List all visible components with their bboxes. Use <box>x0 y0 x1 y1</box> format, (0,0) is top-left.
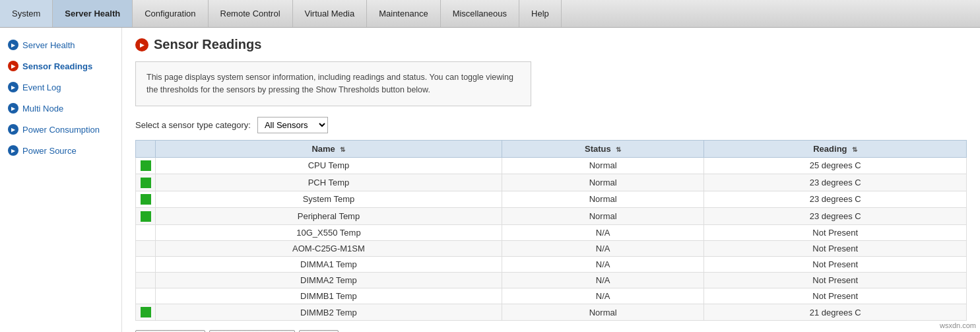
name-cell: 10G_X550 Temp <box>156 224 502 240</box>
indicator-cell <box>136 240 156 256</box>
indicator-cell <box>136 304 156 321</box>
indicator-cell <box>136 157 156 174</box>
th-reading-label: Reading <box>813 144 847 154</box>
sidebar-item-power-source[interactable]: Power Source <box>0 140 121 161</box>
info-box-text: This page displays system sensor informa… <box>147 73 513 94</box>
top-nav-item-miscellaneous[interactable]: Miscellaneous <box>441 0 519 27</box>
name-cell: System Temp <box>156 191 502 208</box>
status-cell: Normal <box>502 174 703 191</box>
sidebar-item-sensor-readings[interactable]: Sensor Readings <box>0 55 121 77</box>
reading-cell: Not Present <box>704 272 967 288</box>
status-cell: Normal <box>502 191 703 208</box>
table-row: AOM-C25G-M1SMN/ANot Present <box>136 240 967 256</box>
status-cell: Normal <box>502 208 703 225</box>
th-name: Name ⇅ <box>156 140 502 157</box>
table-body: CPU TempNormal25 degrees CPCH TempNormal… <box>136 157 967 321</box>
sidebar-item-label: Power Source <box>22 146 77 156</box>
sidebar-item-label: Event Log <box>22 83 61 92</box>
name-cell: DIMMA1 Temp <box>156 256 502 272</box>
indicator-cell <box>136 208 156 225</box>
status-indicator-green <box>141 178 151 188</box>
reading-cell: 23 degrees C <box>704 191 967 208</box>
top-nav-item-maintenance[interactable]: Maintenance <box>367 0 440 27</box>
th-status: Status ⇅ <box>502 140 703 157</box>
indicator-cell <box>136 191 156 208</box>
table-row: DIMMB2 TempNormal21 degrees C <box>136 304 967 321</box>
reading-cell: 25 degrees C <box>704 157 967 174</box>
sidebar-arrow-icon <box>8 82 18 92</box>
name-cell: DIMMA2 Temp <box>156 272 502 288</box>
reading-cell: Not Present <box>704 256 967 272</box>
top-navigation: SystemServer HealthConfigurationRemote C… <box>0 0 980 28</box>
name-cell: AOM-C25G-M1SM <box>156 240 502 256</box>
th-reading: Reading ⇅ <box>704 140 967 157</box>
status-cell: Normal <box>502 157 703 174</box>
sidebar-arrow-icon <box>8 40 18 50</box>
name-sort-icon[interactable]: ⇅ <box>340 146 345 153</box>
sensor-select-row: Select a sensor type category: All Senso… <box>135 117 967 133</box>
top-nav-item-remote-control[interactable]: Remote Control <box>209 0 293 27</box>
watermark: wsxdn.com <box>940 321 976 329</box>
main-layout: Server HealthSensor ReadingsEvent LogMul… <box>0 28 980 332</box>
sensor-select-label: Select a sensor type category: <box>135 120 251 130</box>
status-cell: N/A <box>502 288 703 304</box>
reading-cell: Not Present <box>704 288 967 304</box>
reading-cell: Not Present <box>704 240 967 256</box>
th-name-label: Name <box>311 144 335 154</box>
status-cell: N/A <box>502 256 703 272</box>
table-header-row: Name ⇅ Status ⇅ Reading ⇅ <box>136 140 967 157</box>
sensor-table: Name ⇅ Status ⇅ Reading ⇅ CPU TempNormal… <box>135 140 967 321</box>
sidebar-item-label: Power Consumption <box>22 125 100 135</box>
page-title-row: Sensor Readings <box>135 37 967 52</box>
sidebar-item-label: Server Health <box>22 40 75 50</box>
table-row: 10G_X550 TempN/ANot Present <box>136 224 967 240</box>
sidebar-item-label: Sensor Readings <box>22 61 92 71</box>
sidebar-arrow-icon <box>8 103 18 114</box>
sidebar-item-server-health[interactable]: Server Health <box>0 34 121 55</box>
info-box: This page displays system sensor informa… <box>135 61 531 106</box>
reading-cell: 23 degrees C <box>704 174 967 191</box>
name-cell: CPU Temp <box>156 157 502 174</box>
th-status-label: Status <box>585 144 611 154</box>
indicator-cell <box>136 174 156 191</box>
reading-cell: 21 degrees C <box>704 304 967 321</box>
top-nav-item-server-health[interactable]: Server Health <box>53 0 133 27</box>
indicator-cell <box>136 256 156 272</box>
name-cell: Peripheral Temp <box>156 208 502 225</box>
sidebar-item-multi-node[interactable]: Multi Node <box>0 98 121 119</box>
sidebar-item-power-consumption[interactable]: Power Consumption <box>0 119 121 140</box>
top-nav-item-help[interactable]: Help <box>519 0 562 27</box>
table-row: CPU TempNormal25 degrees C <box>136 157 967 174</box>
name-cell: DIMMB2 Temp <box>156 304 502 321</box>
sensor-type-select[interactable]: All SensorsTemperatureVoltageFanPower <box>257 117 328 133</box>
sidebar-arrow-icon <box>8 124 18 135</box>
status-indicator-green <box>141 194 151 205</box>
table-header: Name ⇅ Status ⇅ Reading ⇅ <box>136 140 967 157</box>
reading-sort-icon[interactable]: ⇅ <box>852 146 857 153</box>
indicator-cell <box>136 272 156 288</box>
reading-cell: 23 degrees C <box>704 208 967 225</box>
reading-cell: Not Present <box>704 224 967 240</box>
content-area: Sensor Readings This page displays syste… <box>122 28 980 332</box>
table-row: Peripheral TempNormal23 degrees C <box>136 208 967 225</box>
top-nav-item-system[interactable]: System <box>0 0 53 27</box>
page-title-icon <box>135 38 148 51</box>
table-row: System TempNormal23 degrees C <box>136 191 967 208</box>
status-sort-icon[interactable]: ⇅ <box>616 146 621 153</box>
indicator-cell <box>136 288 156 304</box>
name-cell: DIMMB1 Temp <box>156 288 502 304</box>
status-cell: N/A <box>502 240 703 256</box>
indicator-cell <box>136 224 156 240</box>
sidebar-item-event-log[interactable]: Event Log <box>0 77 121 98</box>
top-nav-item-configuration[interactable]: Configuration <box>133 0 208 27</box>
status-indicator-green <box>141 307 151 317</box>
table-row: DIMMB1 TempN/ANot Present <box>136 288 967 304</box>
status-indicator-green <box>141 211 151 222</box>
th-indicator <box>136 140 156 157</box>
sidebar-arrow-icon <box>8 61 18 71</box>
name-cell: PCH Temp <box>156 174 502 191</box>
sidebar: Server HealthSensor ReadingsEvent LogMul… <box>0 28 122 332</box>
table-row: DIMMA2 TempN/ANot Present <box>136 272 967 288</box>
sidebar-item-label: Multi Node <box>22 104 63 114</box>
top-nav-item-virtual-media[interactable]: Virtual Media <box>293 0 368 27</box>
